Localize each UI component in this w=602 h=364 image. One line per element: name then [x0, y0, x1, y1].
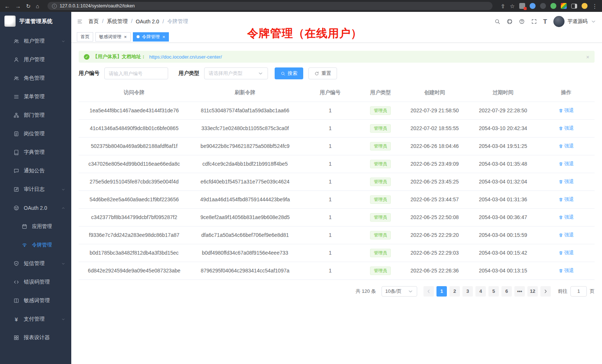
alert-close-icon[interactable]: × — [586, 54, 589, 60]
page-button-4[interactable]: 4 — [475, 286, 486, 297]
expire-time-cell: 2054-03-04 00:36:47 — [468, 208, 538, 226]
prev-page-button[interactable] — [423, 286, 434, 297]
trash-icon — [559, 108, 563, 113]
sidebar-item-sms[interactable]: 短信管理 — [0, 254, 71, 273]
side-panel-icon[interactable] — [571, 4, 577, 9]
extension-icon[interactable] — [519, 3, 525, 9]
refresh-token-cell: 8796295f04064c2983414cc54af1097a — [190, 262, 301, 279]
force-logout-button[interactable]: 强退 — [559, 232, 574, 238]
sidebar-item-audit-log[interactable]: 审计日志 — [0, 180, 71, 199]
col-actions: 操作 — [538, 84, 595, 102]
extension-icon[interactable] — [530, 3, 536, 9]
search-icon[interactable] — [494, 19, 500, 24]
app-logo[interactable]: 芋道管理系统 — [0, 12, 71, 30]
close-icon[interactable]: × — [163, 34, 166, 39]
page-size-select[interactable]: 10条/页 — [382, 286, 417, 297]
user-type-badge: 管理员 — [370, 231, 391, 239]
more-pages-button[interactable]: ••• — [514, 286, 525, 297]
expire-time-cell: 2054-03-04 00:15:42 — [468, 244, 538, 262]
browser-menu-icon[interactable]: ⋮ — [592, 3, 598, 9]
page-button-3[interactable]: 3 — [462, 286, 473, 297]
user-type-select[interactable]: 请选择用户类型 — [204, 67, 268, 79]
force-logout-button[interactable]: 强退 — [559, 125, 574, 132]
reset-button[interactable]: 重置 — [308, 67, 337, 79]
profile-avatar-icon[interactable] — [582, 3, 588, 9]
back-button[interactable]: ← — [4, 3, 10, 9]
sidebar-item-dept[interactable]: 部门管理 — [0, 106, 71, 125]
force-logout-button[interactable]: 强退 — [559, 214, 574, 221]
font-size-icon[interactable]: T — [543, 19, 547, 25]
share-icon[interactable]: ⇧ — [501, 3, 506, 9]
user-type-label: 用户类型 — [179, 70, 199, 77]
tab-token[interactable]: 令牌管理 × — [133, 32, 169, 42]
users-icon — [13, 38, 19, 44]
site-info-icon[interactable]: i — [52, 4, 57, 9]
search-button[interactable]: 搜索 — [275, 67, 303, 79]
sidebar-item-notice[interactable]: 通知公告 — [0, 162, 71, 180]
sidebar-item-label: 敏感词管理 — [24, 297, 50, 304]
force-logout-label: 强退 — [564, 143, 574, 149]
force-logout-label: 强退 — [564, 178, 574, 185]
bookmark-star-icon[interactable]: ☆ — [510, 3, 515, 9]
page-button-1[interactable]: 1 — [436, 286, 447, 297]
force-logout-button[interactable]: 强退 — [559, 143, 574, 149]
breadcrumb-oauth2[interactable]: OAuth 2.0 — [136, 19, 167, 24]
force-logout-button[interactable]: 强退 — [559, 249, 574, 256]
user-type-badge: 管理员 — [370, 267, 391, 275]
sidebar-item-menu[interactable]: 菜单管理 — [0, 87, 71, 106]
force-logout-button[interactable]: 强退 — [559, 107, 574, 114]
reload-button[interactable]: ↻ — [26, 3, 31, 9]
force-logout-button[interactable]: 强退 — [559, 161, 574, 167]
page-button-5[interactable]: 5 — [488, 286, 499, 297]
user-menu[interactable]: 芋道源码 — [553, 16, 596, 27]
extension-icon[interactable] — [540, 3, 546, 9]
extensions-puzzle-icon[interactable] — [561, 3, 567, 9]
force-logout-button[interactable]: 强退 — [559, 178, 574, 185]
help-icon[interactable] — [519, 19, 525, 24]
breadcrumb-system[interactable]: 系统管理 — [107, 18, 136, 25]
access-token-cell: c347026e805e4d99b0d116eae66eda8c — [79, 155, 190, 173]
page-button-6[interactable]: 6 — [501, 286, 512, 297]
tab-sensitive-word[interactable]: 敏感词管理 × — [95, 32, 131, 42]
doc-link[interactable]: https://doc.iocoder.cn/user-center/ — [149, 54, 222, 60]
breadcrumb-home[interactable]: 首页 — [88, 18, 107, 25]
next-page-button[interactable] — [540, 286, 551, 297]
sidebar-item-pay[interactable]: ¥ 支付管理 — [0, 310, 71, 328]
close-icon[interactable]: × — [124, 34, 127, 39]
sidebar-item-dict[interactable]: 字典管理 — [0, 143, 71, 162]
create-time-cell: 2022-06-25 22:26:36 — [401, 262, 468, 279]
table-row: f9336e7c7dd242a283ee98dc86b17a87 dfa6c71… — [79, 226, 595, 244]
sidebar-item-oauth2[interactable]: OAuth 2.0 — [0, 199, 71, 217]
sidebar-item-tenant[interactable]: 租户管理 — [0, 32, 71, 50]
forward-button[interactable]: → — [15, 3, 21, 9]
force-logout-button[interactable]: 强退 — [559, 196, 574, 203]
sidebar-item-role[interactable]: 角色管理 — [0, 69, 71, 87]
sidebar-item-sensitive-word[interactable]: 敏感词管理 — [0, 291, 71, 310]
sidebar-item-report-designer[interactable]: 报表设计器 — [0, 328, 71, 347]
sidebar-item-error-code[interactable]: 错误码管理 — [0, 273, 71, 291]
tab-home[interactable]: 首页 — [77, 32, 93, 42]
fullscreen-icon[interactable] — [531, 19, 537, 24]
action-cell: 强退 — [538, 155, 595, 173]
user-type-badge: 管理员 — [370, 160, 391, 168]
user-id-input[interactable] — [104, 67, 168, 79]
force-logout-button[interactable]: 强退 — [559, 267, 574, 274]
app-title: 芋道管理系统 — [19, 18, 53, 25]
goto-page-input[interactable] — [570, 286, 587, 297]
github-icon[interactable] — [507, 19, 513, 24]
user-type-badge: 管理员 — [370, 249, 391, 257]
col-create-time: 创建时间 — [401, 84, 468, 102]
sidebar-item-post[interactable]: 岗位管理 — [0, 125, 71, 143]
sidebar-item-oauth2-app[interactable]: 应用管理 — [0, 217, 71, 236]
page-button-12[interactable]: 12 — [527, 286, 538, 297]
address-bar[interactable]: i 127.0.0.1:1024/system/oauth2/token — [48, 2, 493, 10]
collapse-sidebar-icon[interactable] — [77, 19, 83, 24]
sidebar-item-user[interactable]: 用户管理 — [0, 50, 71, 69]
extension-icon[interactable] — [550, 3, 556, 9]
page-button-2[interactable]: 2 — [449, 286, 460, 297]
sidebar-item-oauth2-token[interactable]: 令牌管理 — [0, 236, 71, 254]
users-icon — [13, 75, 19, 81]
home-button[interactable]: ⌂ — [36, 3, 39, 9]
url-text: 127.0.0.1:1024/system/oauth2/token — [60, 3, 135, 9]
table-row: 41c41346a548490f9dc8b01c6bfe0865 333ecfc… — [79, 119, 595, 137]
